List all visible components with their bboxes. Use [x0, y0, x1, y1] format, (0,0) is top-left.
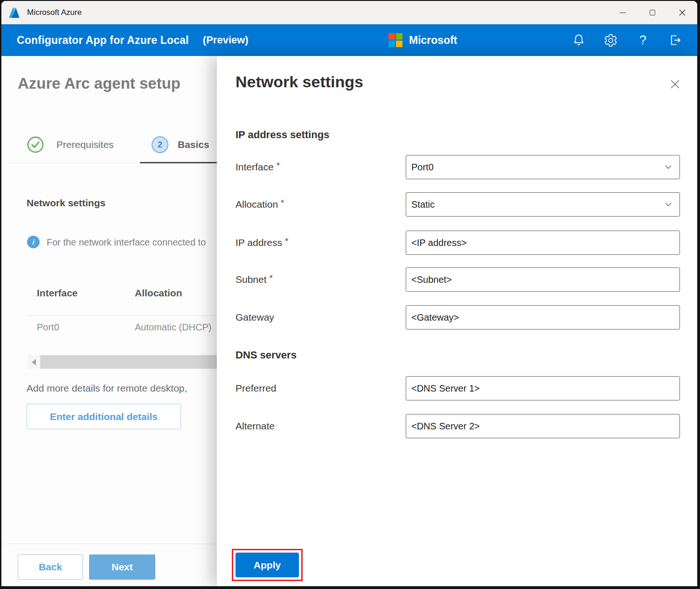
title-bar: Microsoft Azure — [1, 1, 697, 24]
ip-address-input[interactable]: <IP address> — [406, 231, 680, 255]
tab-basics-number[interactable]: 2 — [152, 136, 168, 153]
alternate-dns-value: <DNS Server 2> — [411, 421, 673, 432]
subnet-input[interactable]: <Subnet> — [406, 267, 680, 292]
close-icon — [679, 9, 686, 16]
interface-label: Interface* — [236, 155, 280, 179]
microsoft-logo-icon — [388, 33, 402, 47]
microsoft-brand-name: Microsoft — [409, 34, 457, 47]
cell-allocation: Automatic (DHCP) — [135, 322, 211, 333]
panel-title: Network settings — [236, 73, 363, 91]
table-divider — [28, 316, 217, 316]
settings-button[interactable] — [598, 28, 624, 53]
close-icon — [669, 78, 681, 90]
ip-address-label: IP address* — [236, 231, 288, 255]
details-hint-text: Add more details for remote desktop, — [27, 383, 187, 394]
footer-divider — [1, 544, 217, 544]
bell-icon — [572, 33, 586, 47]
required-mark: * — [270, 273, 273, 283]
interface-value: Port0 — [411, 162, 664, 173]
interface-dropdown[interactable]: Port0 — [406, 155, 680, 179]
info-message: For the network interface connected to — [47, 237, 206, 248]
scroll-left-icon — [32, 359, 36, 365]
column-header-interface: Interface — [37, 287, 78, 299]
required-mark: * — [285, 236, 288, 246]
signout-icon — [668, 33, 682, 47]
signout-button[interactable] — [662, 28, 688, 53]
tab-basics-label[interactable]: Basics — [178, 139, 209, 150]
tab-prerequisites-label[interactable]: Prerequisites — [56, 139, 114, 150]
app-window: Microsoft Azure Configurator App for Azu… — [1, 1, 697, 586]
scroll-left-button[interactable] — [28, 355, 40, 369]
required-mark: * — [281, 198, 284, 208]
main-content: Azure Arc agent setup Prerequisites 2 Ba… — [1, 56, 697, 586]
minimize-button[interactable] — [608, 1, 638, 24]
close-window-button[interactable] — [667, 1, 697, 24]
gateway-input[interactable]: <Gateway> — [406, 305, 680, 330]
maximize-icon — [650, 10, 655, 15]
notifications-button[interactable] — [566, 28, 591, 53]
azure-logo-icon — [8, 7, 21, 19]
active-tab-underline — [140, 162, 217, 163]
subnet-value: <Subnet> — [411, 274, 673, 285]
minimize-icon — [620, 13, 626, 13]
preview-badge: (Preview) — [203, 34, 249, 46]
required-mark: * — [277, 161, 280, 171]
allocation-value: Static — [411, 199, 664, 210]
ip-settings-heading: IP address settings — [236, 129, 329, 141]
network-settings-panel: Network settings IP address settings Int… — [217, 56, 697, 586]
dns-servers-heading: DNS servers — [236, 349, 297, 361]
panel-close-button[interactable] — [665, 75, 684, 93]
chevron-down-icon — [664, 162, 673, 172]
gateway-label: Gateway — [236, 305, 274, 330]
window-title: Microsoft Azure — [27, 8, 82, 17]
tab-prerequisites[interactable] — [27, 136, 44, 155]
preferred-dns-label: Preferred — [236, 376, 277, 400]
ip-address-value: <IP address> — [411, 238, 673, 248]
scrollbar-thumb[interactable] — [40, 355, 217, 369]
page-title: Azure Arc agent setup — [18, 75, 180, 92]
gear-icon — [603, 33, 618, 48]
wizard-page: Azure Arc agent setup Prerequisites 2 Ba… — [1, 56, 217, 586]
chevron-down-icon — [664, 200, 673, 209]
gateway-value: <Gateway> — [411, 312, 673, 323]
app-header-title: Configurator App for Azure Local — [17, 34, 189, 47]
allocation-label: Allocation* — [236, 192, 284, 217]
enter-additional-details-button[interactable]: Enter additional details — [27, 404, 181, 429]
help-button[interactable]: ? — [630, 28, 656, 53]
cell-interface: Port0 — [37, 322, 59, 333]
alternate-dns-input[interactable]: <DNS Server 2> — [406, 414, 680, 438]
allocation-dropdown[interactable]: Static — [406, 192, 680, 217]
help-icon: ? — [639, 33, 646, 48]
info-icon: i — [27, 236, 40, 248]
alternate-dns-label: Alternate — [236, 414, 275, 438]
preferred-dns-input[interactable]: <DNS Server 1> — [406, 376, 680, 400]
network-settings-heading: Network settings — [27, 197, 105, 209]
subnet-label: Subnet* — [236, 267, 273, 292]
back-button[interactable]: Back — [18, 554, 83, 580]
horizontal-scrollbar[interactable] — [28, 355, 217, 369]
app-header: Configurator App for Azure Local (Previe… — [1, 24, 697, 56]
check-circle-icon — [27, 136, 44, 153]
preferred-dns-value: <DNS Server 1> — [411, 383, 673, 394]
column-header-allocation: Allocation — [135, 287, 182, 299]
next-button[interactable]: Next — [89, 554, 155, 580]
apply-button[interactable]: Apply — [236, 553, 299, 577]
microsoft-brand: Microsoft — [388, 24, 457, 56]
maximize-button[interactable] — [638, 1, 667, 24]
